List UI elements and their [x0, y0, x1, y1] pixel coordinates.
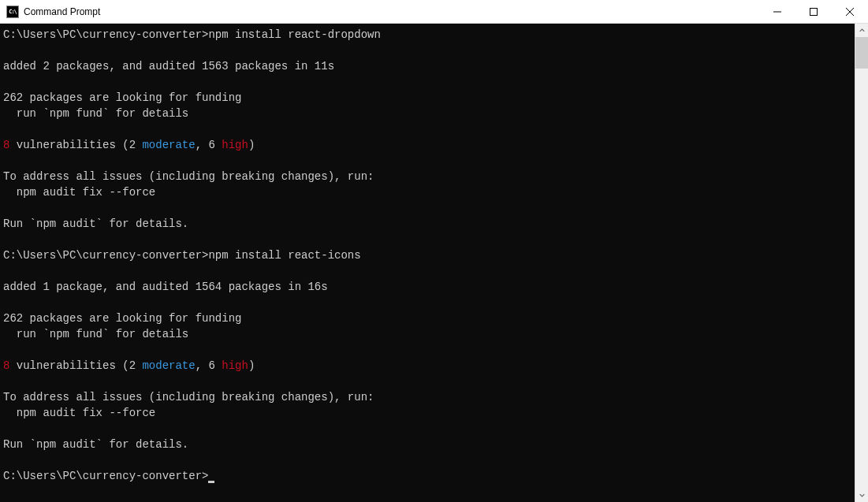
terminal-line: [3, 232, 851, 247]
terminal-text: 262 packages are looking for funding: [3, 312, 241, 325]
terminal-text: moderate: [142, 139, 195, 151]
terminal-line: npm audit fix --force: [3, 184, 851, 200]
terminal-line: Run `npm audit` for details.: [3, 437, 851, 452]
terminal-text: moderate: [142, 359, 195, 372]
terminal-text: C:\Users\PC\currency-converter>: [3, 470, 208, 482]
terminal-line: [3, 374, 851, 389]
chevron-up-icon: [859, 28, 865, 33]
terminal-text: , 6: [196, 139, 222, 151]
terminal-line: run `npm fund` for details: [3, 106, 851, 121]
app-icon: C:\: [6, 6, 19, 18]
terminal-line: [3, 43, 851, 58]
terminal-line: added 2 packages, and audited 1563 packa…: [3, 58, 851, 74]
terminal-text: Run `npm audit` for details.: [3, 218, 188, 230]
terminal-line: 262 packages are looking for funding: [3, 310, 851, 326]
terminal-line: 8 vulnerabilities (2 moderate, 6 high): [3, 358, 851, 374]
scroll-up-button[interactable]: [855, 24, 868, 37]
maximize-button[interactable]: [795, 0, 832, 23]
terminal-text: high: [222, 359, 248, 372]
terminal-text: run `npm fund` for details: [3, 328, 188, 340]
terminal-line: npm audit fix --force: [3, 405, 851, 421]
terminal-text: npm audit fix --force: [3, 407, 155, 419]
terminal-line: [3, 121, 851, 137]
terminal-line: [3, 263, 851, 279]
terminal-text: ): [248, 359, 255, 372]
terminal-text: C:\Users\PC\currency-converter>npm insta…: [3, 28, 381, 41]
terminal-text: vulnerabilities (2: [9, 359, 142, 372]
terminal-line: To address all issues (including breakin…: [3, 389, 851, 405]
chevron-down-icon: [859, 493, 865, 498]
close-icon: [846, 8, 854, 16]
terminal-line: Run `npm audit` for details.: [3, 216, 851, 232]
terminal-text: 262 packages are looking for funding: [3, 91, 241, 104]
terminal-text: vulnerabilities (2: [9, 139, 142, 151]
terminal-line: [3, 421, 851, 437]
terminal-output[interactable]: C:\Users\PC\currency-converter>npm insta…: [0, 24, 855, 502]
terminal-line: [3, 200, 851, 216]
terminal-text: Run `npm audit` for details.: [3, 438, 188, 451]
terminal-text: To address all issues (including breakin…: [3, 391, 374, 403]
scroll-down-button[interactable]: [855, 489, 868, 502]
terminal-text: To address all issues (including breakin…: [3, 170, 374, 183]
terminal-line: 8 vulnerabilities (2 moderate, 6 high): [3, 137, 851, 153]
terminal-text: run `npm fund` for details: [3, 107, 188, 120]
svg-rect-1: [810, 8, 818, 15]
terminal-text: C:\Users\PC\currency-converter>npm insta…: [3, 249, 361, 262]
terminal-text: , 6: [196, 359, 222, 372]
window-titlebar: C:\ Command Prompt: [0, 0, 868, 24]
terminal-line: C:\Users\PC\currency-converter>npm insta…: [3, 27, 851, 43]
terminal-text: high: [222, 139, 248, 151]
maximize-icon: [810, 8, 818, 16]
minimize-icon: [773, 8, 781, 16]
content-wrapper: C:\Users\PC\currency-converter>npm insta…: [0, 24, 868, 502]
terminal-line: C:\Users\PC\currency-converter>: [3, 468, 851, 484]
scroll-thumb[interactable]: [855, 37, 868, 69]
terminal-line: C:\Users\PC\currency-converter>npm insta…: [3, 247, 851, 263]
scroll-track[interactable]: [855, 37, 868, 489]
vertical-scrollbar[interactable]: [855, 24, 868, 502]
window-controls: [759, 0, 868, 23]
terminal-line: To address all issues (including breakin…: [3, 169, 851, 184]
terminal-line: [3, 74, 851, 90]
terminal-line: [3, 295, 851, 310]
terminal-text: ): [248, 139, 255, 151]
minimize-button[interactable]: [759, 0, 795, 23]
terminal-cursor: [208, 481, 214, 483]
terminal-line: [3, 342, 851, 358]
window-title: Command Prompt: [24, 6, 759, 17]
close-button[interactable]: [832, 0, 868, 23]
terminal-line: [3, 153, 851, 169]
terminal-text: added 2 packages, and audited 1563 packa…: [3, 60, 334, 73]
terminal-line: 262 packages are looking for funding: [3, 90, 851, 106]
terminal-text: npm audit fix --force: [3, 186, 155, 199]
terminal-line: added 1 package, and audited 1564 packag…: [3, 279, 851, 295]
terminal-text: added 1 package, and audited 1564 packag…: [3, 281, 328, 293]
terminal-line: run `npm fund` for details: [3, 326, 851, 342]
terminal-line: [3, 452, 851, 468]
